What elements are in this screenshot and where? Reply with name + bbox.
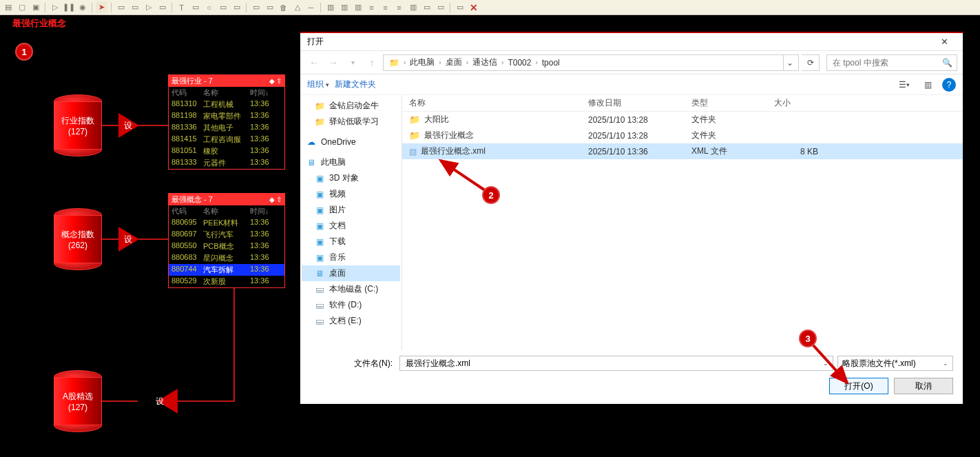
node-industry-index[interactable]: 行业指数(127) [54, 94, 102, 156]
tree-item[interactable]: ▣视频 [302, 186, 400, 202]
tb-g8-icon[interactable]: ▭ [217, 1, 229, 13]
table-row[interactable]: 881310工程机械13:36 [169, 99, 284, 110]
tb-pause-icon[interactable]: ❚❚ [63, 1, 74, 13]
table-row[interactable]: 880683星闪概念13:36 [169, 252, 284, 264]
filetype-filter[interactable]: 略股票池文件(*.xml)⌄ [837, 356, 953, 371]
tb-stop-icon[interactable]: ◉ [76, 1, 88, 13]
tb-g1-icon[interactable]: ▭ [115, 1, 127, 13]
breadcrumb-seg[interactable]: 桌面 [443, 57, 465, 68]
node-concept-index[interactable]: 概念指数(262) [54, 208, 102, 270]
tb-h1-icon[interactable]: ▭ [250, 1, 262, 13]
breadcrumb-seg[interactable]: tpool [539, 58, 563, 68]
tb-pointer-icon[interactable]: ➤ [96, 1, 107, 13]
tb-i2-icon[interactable]: ▥ [338, 1, 350, 13]
breadcrumb[interactable]: 📁 › 此电脑› 桌面› 通达信› T0002› tpool ⌄ [383, 54, 799, 71]
file-row[interactable]: ▤ 最强行业概念.xml2025/1/10 13:36XML 文件8 KB [402, 143, 963, 159]
tree-item[interactable]: ▣下载 [302, 234, 400, 250]
table-row[interactable]: 881051橡胶13:36 [169, 145, 284, 157]
node-filter-1[interactable]: 设 [118, 113, 139, 138]
search-input[interactable] [831, 57, 942, 68]
tree-item[interactable]: ▣文档 [302, 218, 400, 234]
tb-g7-icon[interactable]: ○ [203, 1, 215, 13]
tb-i9-icon[interactable]: ▭ [435, 1, 446, 13]
file-list[interactable]: 名称 修改日期 类型 大小 📁 大阳比2025/1/10 13:28文件夹📁 最… [402, 95, 963, 350]
tb-h5-icon[interactable]: ─ [305, 1, 317, 13]
tree-item[interactable]: ▣音乐 [302, 250, 400, 265]
tree-item[interactable]: 🖥此电脑 [302, 154, 400, 170]
breadcrumb-dropdown-icon[interactable]: ⌄ [783, 55, 795, 70]
tb-g2-icon[interactable]: ▭ [129, 1, 140, 13]
tb-h4-icon[interactable]: △ [291, 1, 303, 13]
tb-new-icon[interactable]: ▤ [2, 1, 14, 13]
tb-g5-icon[interactable]: T [176, 1, 187, 13]
tree-item[interactable]: ☁OneDrive [302, 135, 400, 149]
tb-g4-icon[interactable]: ▭ [156, 1, 168, 13]
search-box[interactable]: 🔍 [826, 54, 957, 71]
table-row[interactable]: 881198家电零部件13:36 [169, 110, 284, 122]
filename-input[interactable] [404, 358, 823, 369]
table-row[interactable]: 881415工程咨询服13:36 [169, 134, 284, 145]
chevron-down-icon[interactable]: ⌄ [823, 360, 828, 367]
open-dialog: 打开 ✕ ← → ▾ ↑ 📁 › 此电脑› 桌面› 通达信› T0002› tp… [300, 32, 963, 404]
preview-pane-icon[interactable]: ▥ [919, 77, 937, 92]
tree-item[interactable]: 🖴本地磁盘 (C:) [302, 281, 400, 297]
tb-play-icon[interactable]: ▷ [49, 1, 61, 13]
table-row[interactable]: 880744汽车拆解13:36 [169, 264, 284, 276]
nav-recent-icon[interactable]: ▾ [344, 54, 361, 71]
nav-fwd-icon[interactable]: → [325, 54, 342, 71]
tb-i7-icon[interactable]: ▥ [407, 1, 419, 13]
breadcrumb-seg[interactable]: 通达信 [470, 57, 500, 68]
tb-g6-icon[interactable]: ▭ [189, 1, 201, 13]
tree-item[interactable]: 📁金钻启动金牛 [302, 98, 400, 114]
cancel-button[interactable]: 取消 [894, 378, 953, 394]
file-row[interactable]: 📁 大阳比2025/1/10 13:28文件夹 [402, 112, 963, 128]
panel-top-industry[interactable]: 最强行业 - 7◆⇧ 代码名称时间↓ 881310工程机械13:36881198… [168, 74, 285, 170]
table-row[interactable]: 880697飞行汽车13:36 [169, 229, 284, 241]
table-row[interactable]: 880695PEEK材料13:36 [169, 217, 284, 229]
breadcrumb-seg[interactable]: 此电脑 [407, 57, 437, 68]
tb-i5-icon[interactable]: ≡ [379, 1, 391, 13]
tb-i8-icon[interactable]: ▭ [421, 1, 432, 13]
tree-item[interactable]: 🖴文档 (E:) [302, 313, 400, 329]
tb-h2-icon[interactable]: ▭ [264, 1, 275, 13]
help-icon[interactable]: ? [942, 78, 956, 92]
view-mode-icon[interactable]: ☰ ▾ [895, 77, 913, 92]
tb-g9-icon[interactable]: ▭ [231, 1, 242, 13]
tb-h3-icon[interactable]: 🗑 [278, 1, 289, 13]
table-row[interactable]: 881336其他电子13:36 [169, 122, 284, 134]
tb-close-icon[interactable]: ✕ [468, 1, 479, 13]
tree-item[interactable]: 📁驿站低吸学习 [302, 114, 400, 130]
tb-g3-icon[interactable]: ▷ [143, 1, 154, 13]
table-row[interactable]: 880529次新股13:36 [169, 276, 284, 287]
breadcrumb-seg[interactable]: T0002 [505, 58, 534, 68]
tb-i4-icon[interactable]: ≡ [366, 1, 377, 13]
tb-save-icon[interactable]: ▣ [30, 1, 41, 13]
tb-i1-icon[interactable]: ▥ [324, 1, 336, 13]
annotation-badge-2: 2 [482, 186, 500, 204]
table-row[interactable]: 880550PCB概念13:36 [169, 241, 284, 252]
node-astock[interactable]: A股精选(127) [54, 370, 102, 432]
tree-item[interactable]: ▣图片 [302, 202, 400, 218]
filename-field[interactable]: ⌄ [399, 356, 833, 371]
panel-top-concept[interactable]: 最强概念 - 7◆⇧ 代码名称时间↓ 880695PEEK材料13:368806… [168, 193, 285, 288]
organize-button[interactable]: 组织 ▾ [307, 79, 329, 90]
node-filter-3[interactable]: 设 [157, 389, 178, 414]
dialog-close-button[interactable]: ✕ [930, 34, 959, 50]
file-list-header[interactable]: 名称 修改日期 类型 大小 [402, 95, 963, 112]
tree-item[interactable]: ▣3D 对象 [302, 170, 400, 186]
open-button[interactable]: 打开(O) [829, 378, 888, 394]
tb-j1-icon[interactable]: ▭ [454, 1, 466, 13]
tb-i3-icon[interactable]: ▥ [352, 1, 364, 13]
tb-i6-icon[interactable]: ≡ [393, 1, 405, 13]
file-row[interactable]: 📁 最强行业概念2025/1/10 13:28文件夹 [402, 128, 963, 143]
folder-tree[interactable]: 📁金钻启动金牛📁驿站低吸学习☁OneDrive🖥此电脑▣3D 对象▣视频▣图片▣… [300, 95, 402, 350]
tb-open-icon[interactable]: ▢ [16, 1, 28, 13]
new-folder-button[interactable]: 新建文件夹 [335, 79, 376, 90]
tree-item[interactable]: 🖴软件 (D:) [302, 297, 400, 313]
nav-back-icon[interactable]: ← [306, 54, 322, 71]
node-filter-2[interactable]: 设 [118, 227, 139, 252]
nav-up-icon[interactable]: ↑ [364, 54, 380, 71]
tree-item[interactable]: 🖥桌面 [302, 265, 400, 281]
refresh-icon[interactable]: ⟳ [802, 54, 820, 71]
table-row[interactable]: 881333元器件13:36 [169, 157, 284, 169]
